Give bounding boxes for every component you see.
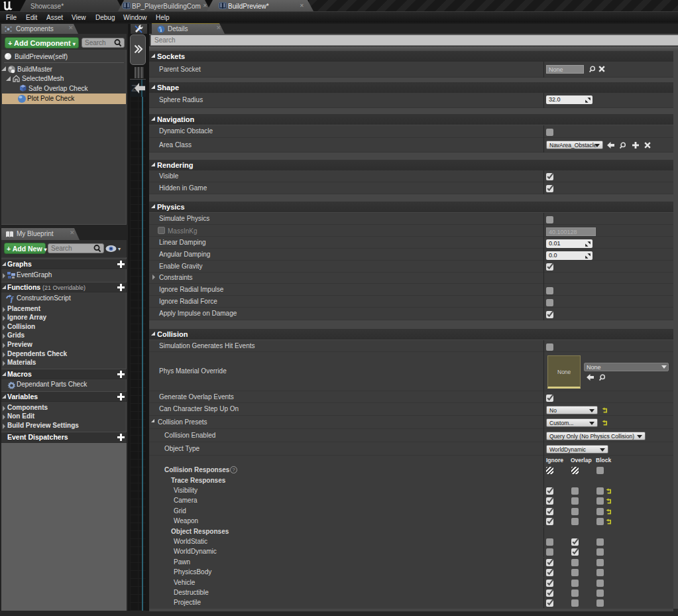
svg-text:f: f	[11, 294, 15, 303]
svg-text:?: ?	[232, 467, 235, 473]
